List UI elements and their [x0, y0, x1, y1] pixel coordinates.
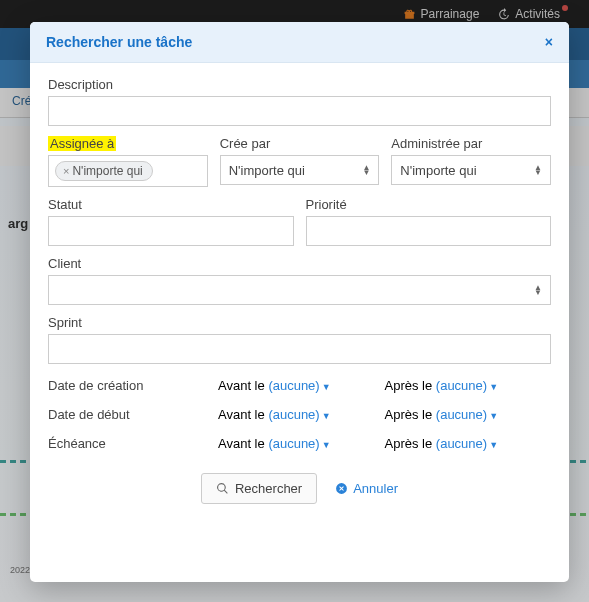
echeance-before[interactable]: Avant le (aucune)▼	[218, 436, 385, 451]
priorite-label: Priorité	[306, 197, 552, 212]
caret-down-icon: ▼	[489, 440, 498, 450]
date-debut-before[interactable]: Avant le (aucune)▼	[218, 407, 385, 422]
modal-body: Description Assignée à × N'importe qui C…	[30, 63, 569, 582]
updown-icon: ▲▼	[534, 285, 542, 295]
search-button[interactable]: Rechercher	[201, 473, 317, 504]
cancel-icon	[335, 482, 348, 495]
admin-select[interactable]: N'importe qui ▲▼	[391, 155, 551, 185]
caret-down-icon: ▼	[322, 440, 331, 450]
client-label: Client	[48, 256, 551, 271]
date-creation-label: Date de création	[48, 378, 218, 393]
date-debut-after[interactable]: Après le (aucune)▼	[385, 407, 552, 422]
remove-tag-icon[interactable]: ×	[63, 165, 69, 177]
sprint-input[interactable]	[48, 334, 551, 364]
sprint-label: Sprint	[48, 315, 551, 330]
admin-label: Administrée par	[391, 136, 551, 151]
caret-down-icon: ▼	[322, 382, 331, 392]
caret-down-icon: ▼	[322, 411, 331, 421]
description-label: Description	[48, 77, 551, 92]
client-select[interactable]: ▲▼	[48, 275, 551, 305]
statut-label: Statut	[48, 197, 294, 212]
caret-down-icon: ▼	[489, 411, 498, 421]
description-input[interactable]	[48, 96, 551, 126]
echeance-after[interactable]: Après le (aucune)▼	[385, 436, 552, 451]
date-creation-after[interactable]: Après le (aucune)▼	[385, 378, 552, 393]
date-debut-label: Date de début	[48, 407, 218, 422]
echeance-label: Échéance	[48, 436, 218, 451]
priorite-input[interactable]	[306, 216, 552, 246]
assigned-label: Assignée à	[48, 136, 208, 151]
assigned-tag[interactable]: × N'importe qui	[55, 161, 153, 181]
updown-icon: ▲▼	[534, 165, 542, 175]
creee-select[interactable]: N'importe qui ▲▼	[220, 155, 380, 185]
updown-icon: ▲▼	[362, 165, 370, 175]
search-icon	[216, 482, 229, 495]
echeance-row: Échéance Avant le (aucune)▼ Après le (au…	[48, 436, 551, 451]
date-creation-row: Date de création Avant le (aucune)▼ Aprè…	[48, 378, 551, 393]
creee-label: Crée par	[220, 136, 380, 151]
statut-input[interactable]	[48, 216, 294, 246]
cancel-button[interactable]: Annuler	[335, 481, 398, 496]
caret-down-icon: ▼	[489, 382, 498, 392]
assigned-tagbox[interactable]: × N'importe qui	[48, 155, 208, 187]
modal-title: Rechercher une tâche	[46, 34, 192, 50]
modal-header: Rechercher une tâche ×	[30, 22, 569, 63]
modal-footer: Rechercher Annuler	[48, 473, 551, 504]
date-creation-before[interactable]: Avant le (aucune)▼	[218, 378, 385, 393]
search-task-modal: Rechercher une tâche × Description Assig…	[30, 22, 569, 582]
close-icon[interactable]: ×	[545, 34, 553, 50]
date-debut-row: Date de début Avant le (aucune)▼ Après l…	[48, 407, 551, 422]
